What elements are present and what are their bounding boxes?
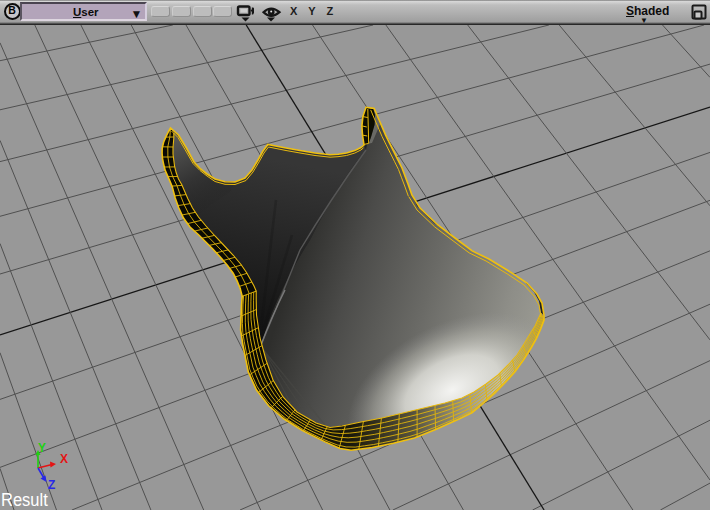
svg-text:Y: Y — [38, 441, 46, 455]
svg-text:X: X — [60, 452, 68, 466]
svg-text:Result: Result — [1, 489, 48, 510]
svg-text:Z: Z — [48, 478, 55, 492]
